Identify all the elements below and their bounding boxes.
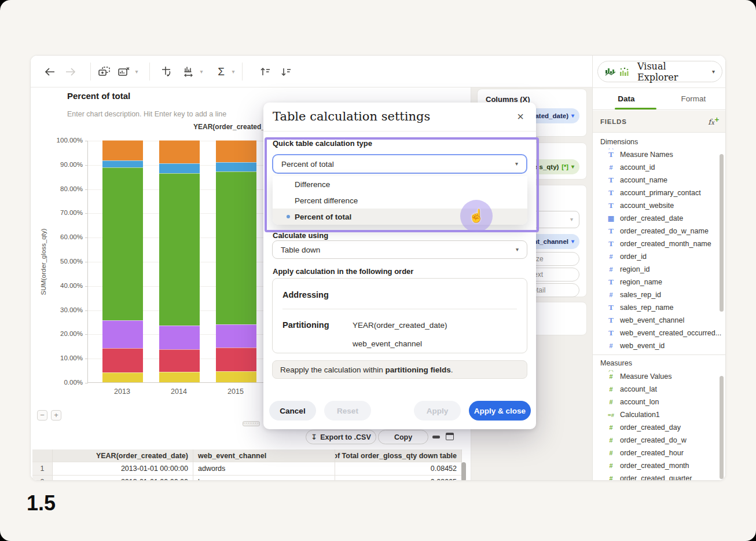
stacked-bar[interactable] (102, 140, 143, 382)
remove-chart-caret-icon[interactable]: ▾ (133, 64, 141, 79)
menu-option-difference[interactable]: Difference (273, 176, 527, 192)
bar-segment-segment-blue[interactable] (159, 163, 200, 174)
bar-segment-segment-orange[interactable] (102, 140, 143, 160)
field-item-order-created-date[interactable]: ▦order_created_date (593, 212, 726, 225)
aggregate-sigma-icon[interactable]: Σ (214, 64, 229, 79)
panel-resize-handle[interactable]: ········ (243, 421, 260, 426)
field-item-order-created-month[interactable]: #order_created_month (593, 459, 726, 472)
y-tick-label: 80.00% (42, 185, 83, 192)
duplicate-chart-icon[interactable] (97, 64, 112, 79)
dimensions-list: TMeasure Names#account_idTaccount_nameTa… (593, 148, 726, 354)
bar-segment-segment-purple[interactable] (216, 324, 256, 348)
chart-description-placeholder[interactable]: Enter chart description. Hit Enter key t… (67, 110, 226, 118)
table-cell: 2013-01-01 00:00:00 (53, 476, 193, 481)
sw-type-icon: T (606, 151, 616, 159)
field-item-order-created-hour[interactable]: #order_created_hour (593, 447, 726, 459)
remove-chart-icon[interactable] (116, 64, 131, 79)
table-row[interactable]: 12013-01-01 00:00:00adwords0.08452 (32, 462, 469, 476)
axis-tick (85, 213, 88, 214)
calculate-using-select[interactable]: Table down ▾ (272, 240, 527, 259)
visual-explorer-button[interactable]: Visual Explorer ▾ (597, 61, 722, 82)
field-item-sales-rep-id[interactable]: #sales_rep_id (593, 288, 726, 301)
chart-title[interactable]: Percent of total (67, 91, 130, 101)
sort-descending-icon[interactable] (278, 64, 293, 79)
menu-option-percent-difference[interactable]: Percent difference (273, 192, 527, 209)
number-type-icon: # (606, 266, 616, 273)
field-item-region-name[interactable]: Tregion_name (593, 276, 726, 288)
apply-button[interactable]: Apply (414, 401, 461, 421)
bar-segment-segment-purple[interactable] (102, 320, 143, 348)
toolbar-divider (149, 63, 150, 81)
bar-segment-segment-red[interactable] (102, 348, 143, 372)
apply-and-close-button[interactable]: Apply & close (469, 401, 531, 421)
reset-button[interactable]: Reset (324, 401, 371, 421)
field-item-region-id[interactable]: #region_id (593, 263, 726, 276)
aggregate-caret-icon[interactable]: ▾ (229, 64, 237, 79)
text-type-icon: T (606, 316, 616, 324)
tab-data[interactable]: Data (593, 88, 660, 109)
bar-segment-segment-green[interactable] (216, 171, 256, 324)
back-arrow-icon[interactable] (42, 64, 57, 79)
bar-segment-segment-yellow[interactable] (159, 372, 200, 382)
field-item-order-created-quarter[interactable]: #order_created_quarter (593, 472, 726, 481)
zoom-out-button[interactable]: − (37, 410, 47, 421)
sort-ascending-icon[interactable] (258, 64, 273, 79)
quick-calc-type-menu: DifferencePercent differencePercent of t… (273, 176, 527, 225)
bar-segment-segment-green[interactable] (159, 173, 200, 326)
export-csv-button[interactable]: ↧ Export to .CSV (306, 430, 376, 444)
forward-arrow-icon[interactable] (63, 64, 78, 79)
bar-segment-segment-red[interactable] (216, 348, 256, 371)
maximize-table-icon[interactable] (446, 433, 454, 440)
field-item-account-name[interactable]: Taccount_name (593, 174, 726, 187)
bar-segment-segment-yellow[interactable] (102, 372, 143, 382)
field-item-web-event-id[interactable]: #web_event_id (593, 339, 726, 352)
measures-scrollbar[interactable] (720, 376, 724, 479)
add-formula-icon[interactable]: fx+ (708, 116, 720, 126)
stacked-bar[interactable] (216, 140, 256, 382)
copy-button[interactable]: Copy (378, 430, 428, 444)
table-cell: 2013-01-01 00:00:00 (53, 462, 193, 476)
swap-axes-icon[interactable] (159, 64, 174, 79)
field-item-web-event-created-occurred-[interactable]: Tweb_event_created_occurred... (593, 327, 726, 339)
cancel-button[interactable]: Cancel (269, 401, 316, 421)
bar-segment-segment-yellow[interactable] (216, 371, 256, 382)
quick-calc-type-select[interactable]: Percent of total ▾ (272, 154, 527, 174)
table-row[interactable]: 22013-01-01 00:00:00banner0.03065 (32, 476, 469, 481)
field-item-order-created-do-w-name[interactable]: Torder_created_do_w_name (593, 225, 726, 237)
bar-segment-segment-red[interactable] (159, 349, 200, 372)
bar-segment-segment-orange[interactable] (159, 140, 200, 163)
zoom-in-button[interactable]: + (51, 410, 61, 421)
note-bold: partitioning fields (386, 365, 451, 374)
field-item-measure-names[interactable]: TMeasure Names (593, 148, 726, 161)
field-item-calculation1[interactable]: =#Calculation1 (593, 408, 726, 421)
field-item-account-id[interactable]: #account_id (593, 161, 726, 174)
field-item-order-id[interactable]: #order_id (593, 250, 726, 263)
field-item-account-lon[interactable]: #account_lon (593, 396, 726, 408)
axis-tick (85, 286, 88, 287)
close-icon[interactable]: × (513, 109, 527, 123)
dimensions-scrollbar[interactable] (720, 154, 724, 312)
field-item-account-website[interactable]: Taccount_website (593, 199, 726, 212)
stacked-bar[interactable] (159, 140, 200, 382)
field-item-sales-rep-name[interactable]: Tsales_rep_name (593, 301, 726, 314)
bar-segment-segment-purple[interactable] (159, 326, 200, 349)
bar-segment-segment-blue[interactable] (102, 160, 143, 168)
bar-size-icon[interactable] (181, 64, 196, 79)
minimize-table-icon[interactable] (432, 436, 440, 438)
date-type-icon: ▦ (606, 214, 616, 222)
field-item-account-primary-contact[interactable]: Taccount_primary_contact (593, 187, 726, 199)
field-item-order-created-do-w[interactable]: #order_created_do_w (593, 434, 726, 447)
field-item-account-lat[interactable]: #account_lat (593, 383, 726, 396)
bar-size-caret-icon[interactable]: ▾ (197, 64, 205, 79)
table-scrollbar[interactable] (461, 462, 466, 481)
bar-segment-segment-green[interactable] (102, 167, 143, 320)
bar-segment-segment-blue[interactable] (216, 162, 256, 172)
field-item-web-event-channel[interactable]: Tweb_event_channel (593, 314, 726, 327)
tab-format[interactable]: Format (660, 88, 726, 109)
field-item-measure-values[interactable]: #Measure Values (593, 370, 726, 383)
bar-segment-segment-orange[interactable] (216, 140, 256, 162)
field-item-order-created-day[interactable]: #order_created_day (593, 421, 726, 434)
field-item-order-created-month-name[interactable]: Torder_created_month_name (593, 237, 726, 250)
menu-option-percent-of-total[interactable]: Percent of total (273, 209, 527, 225)
reapply-note: Reapply the calculation within partition… (272, 360, 527, 379)
